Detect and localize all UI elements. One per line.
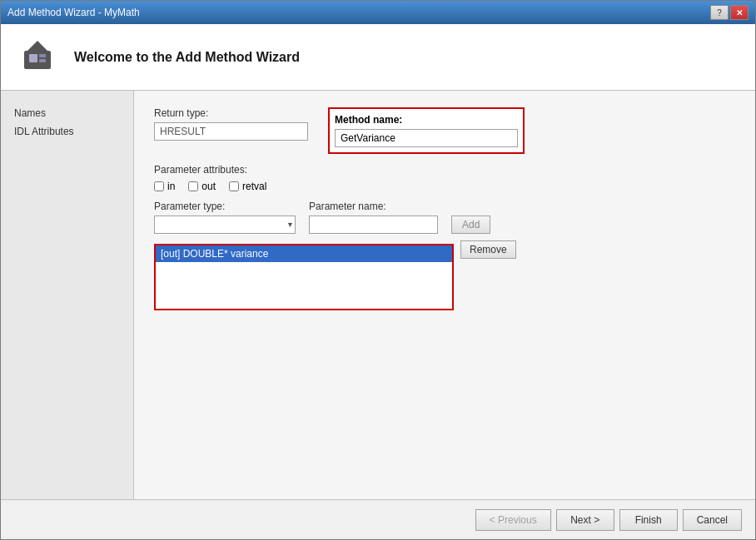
method-name-group: Method name: xyxy=(328,107,525,154)
add-button[interactable]: Add xyxy=(451,216,490,234)
svg-rect-2 xyxy=(29,54,37,62)
param-attrs-label: Parameter attributes: xyxy=(154,164,735,176)
param-type-label: Parameter type: xyxy=(154,201,296,212)
next-button[interactable]: Next > xyxy=(556,509,614,531)
cancel-button[interactable]: Cancel xyxy=(683,509,742,531)
checkbox-retval-input[interactable] xyxy=(229,181,239,191)
svg-rect-4 xyxy=(39,59,46,62)
wizard-window: Add Method Wizard - MyMath ? ✕ Welcome t… xyxy=(0,0,756,540)
sidebar-item-names[interactable]: Names xyxy=(1,104,133,122)
list-item[interactable]: [out] DOUBLE* variance xyxy=(156,245,452,262)
checkbox-retval[interactable]: retval xyxy=(229,181,266,192)
remove-button[interactable]: Remove xyxy=(460,240,516,259)
main-content: Return type: Method name: Parameter attr… xyxy=(134,91,755,499)
checkbox-out-label: out xyxy=(201,181,216,192)
content-area: Names IDL Attributes Return type: Method… xyxy=(1,91,755,499)
checkbox-row: in out retval xyxy=(154,181,735,192)
param-type-input[interactable] xyxy=(154,216,296,234)
method-name-input[interactable] xyxy=(335,129,518,147)
checkbox-retval-label: retval xyxy=(242,181,266,192)
svg-marker-1 xyxy=(27,41,47,51)
param-name-group: Parameter name: xyxy=(309,201,438,234)
method-name-label: Method name: xyxy=(335,114,518,126)
checkbox-out-input[interactable] xyxy=(188,181,198,191)
param-list-remove-row: [out] DOUBLE* variance Remove xyxy=(154,240,735,310)
wizard-icon xyxy=(17,37,57,77)
header-title: Welcome to the Add Method Wizard xyxy=(74,50,300,65)
checkbox-in-label: in xyxy=(167,181,175,192)
param-type-wrapper: ▼ xyxy=(154,216,296,234)
finish-button[interactable]: Finish xyxy=(619,509,678,531)
param-row: Parameter type: ▼ Parameter name: Add xyxy=(154,201,735,234)
param-type-group: Parameter type: ▼ xyxy=(154,201,296,234)
param-list-area[interactable]: [out] DOUBLE* variance xyxy=(154,244,454,310)
sidebar-item-idl-attributes[interactable]: IDL Attributes xyxy=(1,122,133,141)
sidebar: Names IDL Attributes xyxy=(1,91,134,499)
help-button[interactable]: ? xyxy=(710,5,729,20)
form-row-1: Return type: Method name: xyxy=(154,107,735,154)
return-type-label: Return type: xyxy=(154,107,308,119)
checkbox-in[interactable]: in xyxy=(154,181,175,192)
checkbox-out[interactable]: out xyxy=(188,181,216,192)
param-attrs-section: Parameter attributes: in out retval xyxy=(154,164,735,192)
header-section: Welcome to the Add Method Wizard xyxy=(1,24,755,91)
return-type-input[interactable] xyxy=(154,122,308,141)
title-bar: Add Method Wizard - MyMath ? ✕ xyxy=(1,1,755,24)
footer: < Previous Next > Finish Cancel xyxy=(1,499,755,539)
param-name-input[interactable] xyxy=(309,216,438,234)
window-title: Add Method Wizard - MyMath xyxy=(7,7,140,18)
checkbox-in-input[interactable] xyxy=(154,181,164,191)
close-button[interactable]: ✕ xyxy=(730,5,749,20)
return-type-group: Return type: xyxy=(154,107,308,141)
previous-button[interactable]: < Previous xyxy=(475,509,551,531)
title-bar-buttons: ? ✕ xyxy=(710,5,749,20)
title-bar-left: Add Method Wizard - MyMath xyxy=(7,7,140,18)
svg-rect-3 xyxy=(39,54,46,57)
param-name-label: Parameter name: xyxy=(309,201,438,212)
